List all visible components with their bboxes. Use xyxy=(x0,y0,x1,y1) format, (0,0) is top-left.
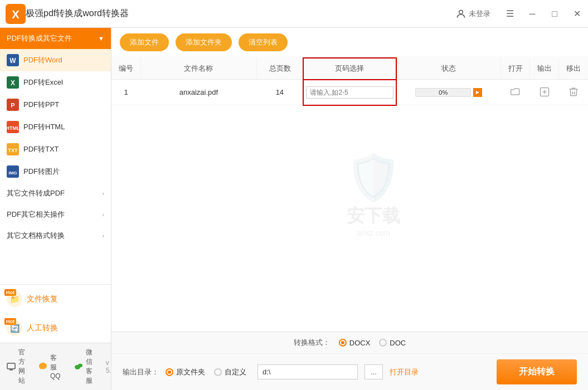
footer-customer-qq[interactable]: 客服QQ xyxy=(38,353,61,380)
svg-text:TXT: TXT xyxy=(8,148,18,153)
user-area[interactable]: 未登录 xyxy=(455,8,490,20)
sidebar-item-pdf-to-ppt[interactable]: P PDF转PPT xyxy=(0,94,111,116)
word-icon: W xyxy=(7,54,19,66)
sidebar-hot-file-recovery[interactable]: Hot 📁 文件恢复 xyxy=(0,285,111,314)
page-select-input[interactable] xyxy=(306,86,393,99)
excel-icon: X xyxy=(7,76,19,89)
image-icon: IMG xyxy=(7,165,19,178)
sidebar-section-pdf[interactable]: PDF转换成其它文件 ▼ xyxy=(0,28,111,49)
footer-customer-qq-label: 客服QQ xyxy=(50,353,61,380)
group-arrow-icon-2: › xyxy=(102,211,104,218)
output-custom-label: 自定义 xyxy=(225,367,246,377)
col-header-id: 编号 xyxy=(111,58,140,80)
sidebar-label-pdf-to-word: PDF转Word xyxy=(23,55,62,65)
sidebar-group-doc-convert[interactable]: 其它文档格式转换 › xyxy=(0,225,111,246)
html-icon: HTML xyxy=(7,121,19,133)
footer-bar: 官方网站 客服QQ xyxy=(0,343,111,390)
svg-text:IMG: IMG xyxy=(8,170,17,176)
cell-pages: 14 xyxy=(257,80,303,105)
svg-text:HTML: HTML xyxy=(7,125,19,131)
output-radio-original[interactable]: 原文件夹 xyxy=(166,367,205,377)
svg-rect-19 xyxy=(7,363,15,369)
radio-doc-indicator xyxy=(379,339,387,347)
format-doc-label: DOC xyxy=(390,339,406,347)
svg-text:X: X xyxy=(11,79,15,87)
format-radio-group: DOCX DOC xyxy=(339,339,406,347)
cell-open xyxy=(501,80,530,105)
clear-list-button[interactable]: 清空列表 xyxy=(239,33,288,51)
chat-icon xyxy=(38,362,47,371)
progress-label: 0% xyxy=(416,89,470,96)
group-label-pdf-ops: PDF其它相关操作 xyxy=(7,209,65,220)
footer-wechat-service-label: 微信客服 xyxy=(86,348,93,386)
footer-wechat-service[interactable]: 微信客服 xyxy=(74,348,93,386)
group-arrow-icon: › xyxy=(102,190,104,197)
sidebar-item-pdf-to-txt[interactable]: TXT PDF转TXT xyxy=(0,138,111,160)
watermark-text1: 安下载 xyxy=(346,204,401,228)
wechat-icon xyxy=(74,362,83,371)
progress-arrow-button[interactable] xyxy=(473,88,482,97)
output-row: 输出目录： 原文件夹 自定义 ... 打开目录 开始转换 xyxy=(111,354,588,390)
sidebar-item-pdf-to-html[interactable]: HTML PDF转HTML xyxy=(0,116,111,138)
close-button[interactable]: ✕ xyxy=(566,0,588,28)
main-container: PDF转换成其它文件 ▼ W PDF转Word X PDF转Excel xyxy=(0,28,588,390)
col-header-open: 打开 xyxy=(501,58,530,80)
cell-filename: anxaizai.pdf xyxy=(140,80,257,105)
format-label: 转换格式： xyxy=(294,338,330,348)
txt-icon: TXT xyxy=(7,143,19,155)
sidebar-label-manual-convert: 人工转换 xyxy=(27,323,58,333)
col-header-page-select: 页码选择 xyxy=(303,58,396,80)
radio-original-indicator xyxy=(166,368,173,376)
footer-official-site[interactable]: 官方网站 xyxy=(7,348,25,386)
format-docx-label: DOCX xyxy=(349,339,371,347)
footer-official-site-label: 官方网站 xyxy=(18,348,25,386)
radio-docx-indicator xyxy=(339,339,347,347)
ppt-icon: P xyxy=(7,99,19,111)
maximize-button[interactable]: □ xyxy=(543,0,566,28)
user-icon xyxy=(455,8,466,20)
sidebar-hot-manual-convert[interactable]: Hot 🔄 人工转换 xyxy=(0,314,111,343)
hot-badge-recovery: Hot xyxy=(4,289,16,296)
add-file-button[interactable]: 添加文件 xyxy=(120,33,169,51)
svg-point-23 xyxy=(78,364,82,367)
remove-icon[interactable] xyxy=(567,85,580,99)
start-convert-button[interactable]: 开始转换 xyxy=(497,359,577,384)
hot-badge-manual: Hot xyxy=(4,318,16,325)
sidebar-group-pdf-ops[interactable]: PDF其它相关操作 › xyxy=(0,204,111,225)
sidebar-item-pdf-to-excel[interactable]: X PDF转Excel xyxy=(0,71,111,94)
svg-text:X: X xyxy=(12,8,20,21)
output-radio-custom[interactable]: 自定义 xyxy=(214,367,246,377)
group-arrow-icon-3: › xyxy=(102,232,104,239)
menu-button[interactable]: ☰ xyxy=(499,0,521,28)
sidebar-label-file-recovery: 文件恢复 xyxy=(27,294,58,304)
section-arrow-icon: ▼ xyxy=(98,35,104,42)
minimize-button[interactable]: ─ xyxy=(521,0,543,28)
output-path-input[interactable] xyxy=(257,364,358,379)
sidebar-label-pdf-to-html: PDF转HTML xyxy=(23,122,65,132)
open-dir-button[interactable]: 打开目录 xyxy=(390,367,419,377)
sidebar-item-pdf-to-word[interactable]: W PDF转Word xyxy=(0,49,111,71)
sidebar-group-other-to-pdf[interactable]: 其它文件转成PDF › xyxy=(0,183,111,204)
format-radio-docx[interactable]: DOCX xyxy=(339,339,371,347)
sidebar-section-label: PDF转换成其它文件 xyxy=(7,33,72,43)
output-icon[interactable] xyxy=(538,85,551,99)
window-controls: 未登录 ☰ ─ □ ✕ xyxy=(455,0,588,27)
svg-text:W: W xyxy=(9,57,16,65)
cell-remove xyxy=(559,80,588,105)
format-radio-doc[interactable]: DOC xyxy=(379,339,406,347)
sidebar: PDF转换成其它文件 ▼ W PDF转Word X PDF转Excel xyxy=(0,28,111,390)
progress-cell: 0% xyxy=(401,88,497,97)
radio-custom-indicator xyxy=(214,368,222,376)
svg-text:📁: 📁 xyxy=(10,295,20,304)
open-folder-icon[interactable] xyxy=(509,85,522,99)
watermark: 🛡️ 安下载 anxz.com xyxy=(346,152,401,237)
group-label-other-to-pdf: 其它文件转成PDF xyxy=(7,188,65,198)
sidebar-item-pdf-to-image[interactable]: IMG PDF转图片 xyxy=(0,160,111,183)
col-header-pages: 总页数 xyxy=(257,58,303,80)
user-label: 未登录 xyxy=(469,9,490,19)
col-header-output: 输出 xyxy=(530,58,559,80)
content-area: 添加文件 添加文件夹 清空列表 编号 文件名称 总页数 页码选择 状态 打开 输… xyxy=(111,28,588,390)
sidebar-label-pdf-to-ppt: PDF转PPT xyxy=(23,100,59,110)
add-folder-button[interactable]: 添加文件夹 xyxy=(176,33,232,51)
ellipsis-button[interactable]: ... xyxy=(365,364,383,379)
